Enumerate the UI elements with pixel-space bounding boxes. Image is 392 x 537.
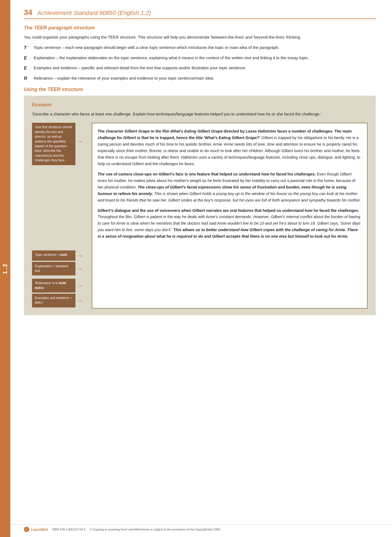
learnwell-logo-letter: L bbox=[26, 528, 27, 531]
teer-text-e2: Examples and evidence – specific and rel… bbox=[34, 65, 246, 72]
annotation-topic: Topic sentence = bold bbox=[32, 250, 75, 261]
example-question: 'Describe a character who faces at least… bbox=[32, 111, 368, 117]
para3-bold: Gilbert's dialogue and the use of voiceo… bbox=[98, 208, 359, 213]
diagram-area: Your first sentence should identify the … bbox=[32, 123, 368, 308]
teer-item-e1: E Explanation – the explanation elaborat… bbox=[24, 55, 376, 62]
annotation-intro: Your first sentence should identify the … bbox=[32, 123, 75, 165]
section1-heading: The TEER paragraph structure bbox=[24, 25, 376, 31]
essay-para-3: Gilbert's dialogue and the use of voiceo… bbox=[98, 208, 362, 240]
arrow-examples: → bbox=[77, 297, 84, 304]
section1-intro: You could organise your paragraphs using… bbox=[24, 34, 376, 40]
para2-bold: The use of camera close-ups on Gilbert's… bbox=[98, 172, 316, 176]
annotation-relevance-text: 'Relevance' is in bold italics bbox=[35, 281, 66, 290]
essay-para-2: The use of camera close-ups on Gilbert's… bbox=[98, 171, 362, 204]
annotation-row-relevance: 'Relevance' is in bold italics → bbox=[32, 279, 92, 293]
teer-text-t: Topic sentence – each new paragraph shou… bbox=[34, 44, 279, 51]
section-tab: 1.2 bbox=[0, 0, 10, 537]
annotation-row-examples: Examples and evidence = italics → bbox=[32, 294, 92, 307]
annotation-relevance: 'Relevance' is in bold italics bbox=[32, 279, 75, 293]
example-label: Example: bbox=[32, 102, 368, 108]
page-footer: L LearnWell ISBN 978-1-991107-04-6 © Cop… bbox=[10, 524, 392, 532]
footer-logo: L LearnWell bbox=[24, 527, 48, 532]
tab-label: 1.2 bbox=[2, 263, 9, 274]
example-section: Example: 'Describe a character who faces… bbox=[24, 96, 376, 315]
teer-letter-e2: E bbox=[24, 65, 29, 72]
teer-item-e2: E Examples and evidence – specific and r… bbox=[24, 65, 376, 72]
main-content: 34 Achievement Standard 90850 (English 1… bbox=[10, 0, 392, 537]
footer-isbn: ISBN 978-1-991107-04-6 bbox=[52, 528, 85, 531]
footer-copyright: © Copying or scanning from LearnWell boo… bbox=[90, 528, 221, 531]
annotation-examples: Examples and evidence = italics bbox=[32, 294, 75, 307]
teer-letter-e1: E bbox=[24, 55, 29, 62]
essay-box: The character Gilbert Grape in the film … bbox=[92, 123, 368, 308]
para1-normal: Gilbert is trapped by his obligations to… bbox=[98, 136, 360, 166]
teer-list: T Topic sentence – each new paragraph sh… bbox=[24, 44, 376, 82]
teer-item-t: T Topic sentence – each new paragraph sh… bbox=[24, 44, 376, 51]
section2-heading: Using the TEER structure bbox=[24, 87, 376, 92]
teer-text-r: Relevance – explain the relevance of you… bbox=[34, 75, 214, 82]
annotations-column: Your first sentence should identify the … bbox=[32, 123, 92, 308]
teer-letter-r: R bbox=[24, 75, 29, 82]
page-title: Achievement Standard 90850 (English 1.2) bbox=[37, 10, 151, 17]
teer-text-e1: Explanation – the explanation elaborates… bbox=[34, 55, 309, 62]
page-number: 34 bbox=[24, 8, 32, 17]
learnwell-logo-circle: L bbox=[24, 527, 29, 532]
annotation-explanation-text: Explanation = standard font bbox=[35, 264, 68, 273]
footer-brand: LearnWell bbox=[31, 527, 48, 532]
page-header: 34 Achievement Standard 90850 (English 1… bbox=[24, 8, 376, 19]
teer-letter-t: T bbox=[24, 44, 29, 51]
arrow-intro: → bbox=[77, 138, 84, 145]
annotation-examples-text: Examples and evidence = italics bbox=[35, 296, 72, 304]
arrow-topic: → bbox=[77, 252, 84, 259]
arrow-explanation: → bbox=[77, 265, 84, 272]
teer-item-r: R Relevance – explain the relevance of y… bbox=[24, 75, 376, 82]
para3-normal: Throughout the film, Gilbert is patient … bbox=[98, 215, 252, 219]
annotation-row-explanation: Explanation = standard font → bbox=[32, 262, 92, 276]
annotation-intro-text: Your first sentence should identify the … bbox=[35, 125, 72, 162]
spacer2 bbox=[32, 277, 92, 279]
spacer1 bbox=[32, 166, 92, 250]
annotation-topic-text: Topic sentence = bold bbox=[35, 253, 67, 257]
annotation-explanation: Explanation = standard font bbox=[32, 262, 75, 276]
essay-para-1: The character Gilbert Grape in the film … bbox=[98, 128, 362, 167]
arrow-relevance: → bbox=[77, 282, 84, 289]
annotation-row-intro: Your first sentence should identify the … bbox=[32, 123, 92, 165]
annotation-row-topic: Topic sentence = bold → bbox=[32, 250, 92, 261]
